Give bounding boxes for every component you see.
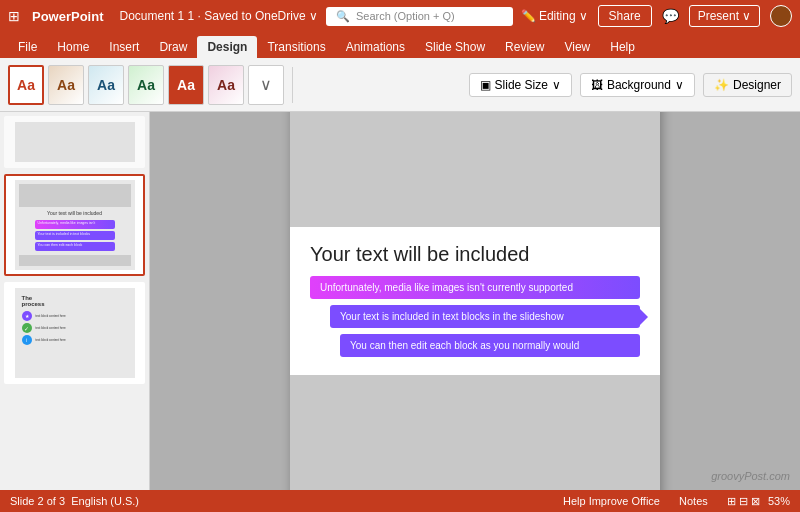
canvas-area: Your text will be included Unfortunately… — [150, 112, 800, 490]
content-bar-3: You can then edit each block as you norm… — [340, 334, 640, 357]
slide-size-icon: ▣ — [480, 78, 491, 92]
slide-thumb-1[interactable]: 1 — [4, 116, 145, 168]
watermark: groovyPost.com — [711, 470, 790, 482]
theme-item-3[interactable]: Aa — [88, 65, 124, 105]
title-bar: ⊞ PowerPoint Document 1 1 · Saved to One… — [0, 0, 800, 32]
background-button[interactable]: 🖼 Background ∨ — [580, 73, 695, 97]
editing-button[interactable]: ✏️ Editing ∨ — [521, 9, 588, 23]
tab-draw[interactable]: Draw — [149, 36, 197, 58]
tab-review[interactable]: Review — [495, 36, 554, 58]
designer-icon: ✨ — [714, 78, 729, 92]
tab-file[interactable]: File — [8, 36, 47, 58]
status-right: Help Improve Office Notes ⊞ ⊟ ⊠ 53% — [563, 495, 790, 508]
help-text: Help Improve Office — [563, 495, 660, 507]
tab-insert[interactable]: Insert — [99, 36, 149, 58]
doc-name: Document 1 1 · Saved to OneDrive ∨ — [120, 9, 318, 23]
slide-thumb-2[interactable]: 2 Your text will be included Unfortunate… — [4, 174, 145, 276]
search-icon: 🔍 — [336, 10, 350, 23]
theme-more-icon[interactable]: ∨ — [248, 65, 284, 105]
tab-view[interactable]: View — [554, 36, 600, 58]
bottom-image-placeholder — [290, 375, 660, 490]
slide-title: Your text will be included — [310, 243, 640, 266]
ribbon-content: Aa Aa Aa Aa Aa Aa ∨ ▣ Slide Size ∨ 🖼 Bac… — [0, 58, 800, 112]
top-image-placeholder — [290, 112, 660, 227]
slide-thumb-3[interactable]: 3 Theprocess ★ text block content here ✓… — [4, 282, 145, 384]
search-placeholder: Search (Option + Q) — [356, 10, 455, 22]
theme-item-4[interactable]: Aa — [128, 65, 164, 105]
tab-design[interactable]: Design — [197, 36, 257, 58]
slide-canvas[interactable]: Your text will be included Unfortunately… — [290, 112, 660, 490]
canvas-content: Your text will be included Unfortunately… — [290, 227, 660, 375]
slide-size-button[interactable]: ▣ Slide Size ∨ — [469, 73, 572, 97]
slide-info: Slide 2 of 3 — [10, 495, 65, 507]
right-controls: ✏️ Editing ∨ Share 💬 Present ∨ — [521, 5, 792, 27]
theme-item-6[interactable]: Aa — [208, 65, 244, 105]
content-bar-2: Your text is included in text blocks in … — [330, 305, 640, 328]
search-box[interactable]: 🔍 Search (Option + Q) — [326, 7, 513, 26]
theme-item-2[interactable]: Aa — [48, 65, 84, 105]
background-icon: 🖼 — [591, 78, 603, 92]
app-name: PowerPoint — [32, 9, 104, 24]
slide-panel: 1 2 Your text will be included Unfortuna… — [0, 112, 150, 490]
designer-button[interactable]: ✨ Designer — [703, 73, 792, 97]
ribbon-separator — [292, 67, 293, 103]
ribbon-tabs: File Home Insert Draw Design Transitions… — [0, 32, 800, 58]
notes-button[interactable]: Notes — [679, 495, 708, 507]
theme-item-5[interactable]: Aa — [168, 65, 204, 105]
content-bar-1: Unfortunately, media like images isn't c… — [310, 276, 640, 299]
tab-slideshow[interactable]: Slide Show — [415, 36, 495, 58]
status-bar: Slide 2 of 3 English (U.S.) Help Improve… — [0, 490, 800, 512]
tab-help[interactable]: Help — [600, 36, 645, 58]
share-button[interactable]: Share — [598, 5, 652, 27]
avatar[interactable] — [770, 5, 792, 27]
theme-item-1[interactable]: Aa — [8, 65, 44, 105]
tab-home[interactable]: Home — [47, 36, 99, 58]
chevron-down-icon: ∨ — [675, 78, 684, 92]
comment-icon[interactable]: 💬 — [662, 8, 679, 24]
tab-transitions[interactable]: Transitions — [257, 36, 335, 58]
main-area: 1 2 Your text will be included Unfortuna… — [0, 112, 800, 490]
zoom-value: 53% — [768, 495, 790, 507]
chevron-down-icon: ∨ — [552, 78, 561, 92]
app-grid-icon: ⊞ — [8, 8, 20, 24]
language: English (U.S.) — [71, 495, 139, 507]
ribbon-right: ▣ Slide Size ∨ 🖼 Background ∨ ✨ Designer — [469, 73, 792, 97]
present-button[interactable]: Present ∨ — [689, 5, 760, 27]
tab-animations[interactable]: Animations — [336, 36, 415, 58]
view-icons: ⊞ ⊟ ⊠ — [727, 495, 760, 508]
